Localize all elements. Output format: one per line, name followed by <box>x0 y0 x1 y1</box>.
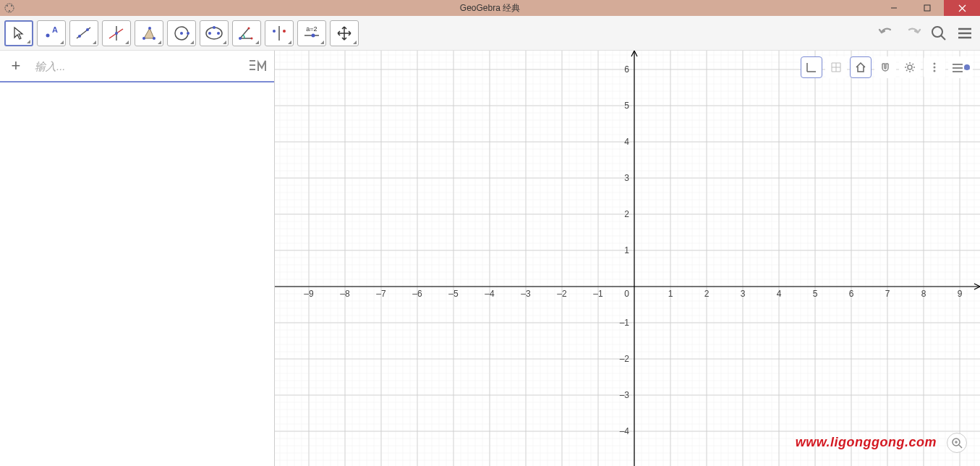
grid-button[interactable] <box>825 56 847 78</box>
svg-point-3 <box>9 10 10 12</box>
svg-text:1: 1 <box>668 289 673 299</box>
svg-point-23 <box>208 32 211 35</box>
reflect-tool[interactable] <box>265 20 294 46</box>
svg-point-11 <box>78 35 81 38</box>
ellipse-icon <box>204 24 224 43</box>
close-button[interactable] <box>944 0 980 16</box>
dots-vertical-icon <box>928 61 941 74</box>
svg-text:–5: –5 <box>448 289 459 299</box>
svg-point-262 <box>934 70 936 72</box>
svg-point-34 <box>932 27 942 37</box>
angle-icon <box>237 24 256 43</box>
line-icon <box>74 24 93 43</box>
svg-point-28 <box>248 27 250 29</box>
more-options-button[interactable] <box>924 56 945 78</box>
svg-text:–6: –6 <box>412 289 422 299</box>
minimize-button[interactable] <box>877 0 911 16</box>
svg-text:1: 1 <box>624 245 629 255</box>
window-controls <box>877 0 980 16</box>
move-tool[interactable] <box>4 20 33 46</box>
graphics-view[interactable]: 0–9–8–7–6–5–4–3–2–1123456789654321–1–2–3… <box>275 51 980 466</box>
coordinate-grid[interactable]: 0–9–8–7–6–5–4–3–2–1123456789654321–1–2–3… <box>275 51 980 466</box>
home-icon <box>854 61 867 74</box>
svg-point-12 <box>86 28 89 31</box>
angle-tool[interactable] <box>232 20 261 46</box>
svg-point-27 <box>251 37 253 39</box>
svg-text:7: 7 <box>885 289 890 299</box>
slider-tool[interactable]: a=2 <box>297 20 326 46</box>
keyboard-button[interactable] <box>245 53 271 79</box>
perpendicular-tool[interactable] <box>102 20 131 46</box>
svg-text:2: 2 <box>624 209 629 219</box>
svg-point-18 <box>148 27 151 30</box>
search-button[interactable] <box>928 22 950 44</box>
axes-button[interactable] <box>801 56 822 78</box>
titlebar: GeoGebra 经典 <box>0 0 980 16</box>
reflect-icon <box>270 24 289 43</box>
svg-point-17 <box>153 37 155 40</box>
redo-button[interactable] <box>902 22 924 44</box>
svg-text:5: 5 <box>813 289 818 299</box>
zoom-in-icon <box>950 436 963 449</box>
home-button[interactable] <box>850 56 872 78</box>
svg-text:–2: –2 <box>620 354 630 364</box>
input-row: + <box>0 51 274 82</box>
add-button[interactable]: + <box>3 53 29 79</box>
line-tool[interactable] <box>69 20 98 46</box>
svg-text:–7: –7 <box>376 289 386 299</box>
svg-point-261 <box>934 67 936 69</box>
menu-button[interactable] <box>954 22 976 44</box>
graphics-controls <box>801 56 973 78</box>
svg-text:–1: –1 <box>620 318 630 328</box>
svg-line-268 <box>959 445 962 448</box>
circle-tool[interactable] <box>167 20 196 46</box>
svg-text:4: 4 <box>624 137 629 147</box>
perpendicular-icon <box>107 24 126 43</box>
svg-text:5: 5 <box>624 101 629 111</box>
svg-text:–4: –4 <box>620 426 630 436</box>
window-title: GeoGebra 经典 <box>460 2 520 14</box>
point-tool[interactable]: A <box>37 20 66 46</box>
snap-button[interactable] <box>874 56 896 78</box>
polygon-icon <box>140 24 158 43</box>
svg-text:3: 3 <box>624 173 629 183</box>
slider-icon: a=2 <box>303 26 320 40</box>
svg-point-259 <box>908 65 912 69</box>
svg-text:9: 9 <box>958 289 963 299</box>
svg-rect-5 <box>924 5 930 11</box>
svg-point-21 <box>187 32 189 35</box>
circle-icon <box>172 24 191 43</box>
svg-text:–3: –3 <box>620 390 630 400</box>
svg-text:–2: –2 <box>557 289 567 299</box>
polygon-tool[interactable] <box>135 20 163 46</box>
move-view-tool[interactable] <box>330 20 359 46</box>
svg-text:2: 2 <box>704 289 710 299</box>
svg-point-20 <box>180 32 183 35</box>
svg-point-260 <box>934 63 936 65</box>
svg-text:–4: –4 <box>485 289 495 299</box>
svg-point-16 <box>142 37 145 40</box>
point-icon: A <box>43 25 59 41</box>
input-field[interactable] <box>29 60 245 72</box>
zoom-in-button[interactable] <box>947 433 967 453</box>
svg-text:3: 3 <box>741 289 746 299</box>
ellipse-tool[interactable] <box>200 20 229 46</box>
svg-point-33 <box>312 34 315 38</box>
svg-line-35 <box>941 35 945 40</box>
move-view-icon <box>336 25 352 41</box>
svg-point-31 <box>283 30 286 33</box>
style-bar-button[interactable] <box>948 56 973 78</box>
undo-button[interactable] <box>876 22 898 44</box>
svg-point-1 <box>7 5 8 7</box>
maximize-button[interactable] <box>911 0 944 16</box>
svg-point-25 <box>213 26 216 29</box>
settings-button[interactable] <box>899 56 921 78</box>
magnet-icon <box>879 61 892 74</box>
svg-text:6: 6 <box>849 289 854 299</box>
svg-point-24 <box>217 32 220 35</box>
svg-point-8 <box>46 33 50 37</box>
keyboard-icon <box>248 58 268 74</box>
algebra-view: + <box>0 51 275 466</box>
style-icon <box>951 61 970 74</box>
svg-text:–8: –8 <box>340 289 350 299</box>
